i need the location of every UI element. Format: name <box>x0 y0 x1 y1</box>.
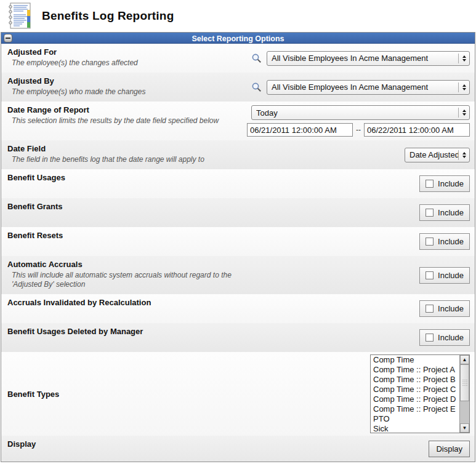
benefit-grants-checkbox[interactable] <box>426 209 434 217</box>
automatic-accruals-include[interactable]: Include <box>419 267 470 284</box>
adjusted-by-description: The employee(s) who made the changes <box>12 87 145 97</box>
benefit-grants-include[interactable]: Include <box>419 204 470 221</box>
date-field-description: The field in the benefits log that the d… <box>12 155 204 164</box>
automatic-accruals-label: Automatic Accruals <box>7 260 247 269</box>
row-adjusted-for: Adjusted For The employee(s) the changes… <box>1 44 475 73</box>
automatic-accruals-description: This will include all automatic system a… <box>12 271 247 289</box>
date-range-separator: -- <box>356 126 361 134</box>
list-option[interactable]: Comp Time :: Project C <box>371 385 459 394</box>
spinner-arrows-icon <box>458 82 469 92</box>
scrollbar-grip-icon <box>462 379 467 386</box>
panel-title: Select Reporting Options <box>192 34 284 43</box>
include-label: Include <box>438 208 464 217</box>
list-option[interactable]: Comp Time :: Project B <box>371 375 459 385</box>
row-display: Display Display <box>1 436 475 462</box>
row-date-field: Date Field The field in the benefits log… <box>1 140 475 169</box>
row-benefit-types: Benefit Types Comp TimeComp Time :: Proj… <box>1 352 475 436</box>
date-range-preset-select[interactable]: Today <box>251 105 470 120</box>
listbox-scrollbar[interactable]: ▲ ▼ <box>459 355 469 433</box>
date-field-label: Date Field <box>7 144 204 153</box>
automatic-accruals-checkbox[interactable] <box>426 271 434 279</box>
row-date-range: Date Range of Report This selection limi… <box>1 102 475 140</box>
row-accruals-invalidated: Accruals Invalidated by Recalculation In… <box>1 294 475 323</box>
accruals-invalidated-include[interactable]: Include <box>419 300 470 317</box>
date-range-label: Date Range of Report <box>7 105 219 114</box>
row-benefit-resets: Benefit Resets Include <box>1 227 475 256</box>
minimize-button[interactable] <box>4 34 12 42</box>
date-field-select[interactable]: Date Adjusted <box>405 148 470 162</box>
spinner-arrows-icon <box>458 150 469 160</box>
date-field-value: Date Adjusted <box>409 150 458 159</box>
report-notepad-icon <box>6 2 33 30</box>
list-option[interactable]: PTO <box>371 414 459 424</box>
include-label: Include <box>438 237 464 246</box>
minimize-icon <box>6 38 10 39</box>
list-option[interactable]: Comp Time :: Project E <box>371 404 459 414</box>
date-range-start-input[interactable] <box>247 123 353 137</box>
include-label: Include <box>438 304 464 313</box>
spinner-arrows-icon <box>458 108 469 118</box>
benefit-resets-checkbox[interactable] <box>426 238 434 246</box>
row-benefit-usages: Benefit Usages Include <box>1 169 475 198</box>
benefit-resets-include[interactable]: Include <box>419 233 470 250</box>
accruals-invalidated-label: Accruals Invalidated by Recalculation <box>7 298 151 307</box>
spinner-arrows-icon <box>458 54 469 63</box>
benefit-usages-checkbox[interactable] <box>426 180 434 188</box>
display-button[interactable]: Display <box>429 441 470 457</box>
date-range-preset-value: Today <box>256 108 458 118</box>
adjusted-for-label: Adjusted For <box>7 47 138 57</box>
adjusted-for-value: All Visible Employees In Acme Management <box>272 54 458 63</box>
search-icon[interactable] <box>251 82 262 93</box>
display-label: Display <box>7 439 36 449</box>
benefit-usages-include[interactable]: Include <box>419 175 470 192</box>
adjusted-by-value: All Visible Employees In Acme Management <box>272 82 458 92</box>
include-label: Include <box>438 271 464 280</box>
panel-titlebar: Select Reporting Options <box>1 33 475 44</box>
scrollbar-thumb[interactable] <box>460 364 469 401</box>
usages-deleted-checkbox[interactable] <box>426 334 434 342</box>
adjusted-for-select[interactable]: All Visible Employees In Acme Management <box>267 51 470 66</box>
list-option[interactable]: Comp Time :: Project A <box>371 365 459 375</box>
scrollbar-up-icon[interactable]: ▲ <box>460 355 469 364</box>
benefit-types-label: Benefit Types <box>7 390 59 399</box>
benefit-resets-label: Benefit Resets <box>7 231 63 240</box>
list-option[interactable]: Comp Time <box>371 355 459 365</box>
scrollbar-down-icon[interactable]: ▼ <box>460 423 469 433</box>
benefit-types-options: Comp TimeComp Time :: Project AComp Time… <box>371 355 459 433</box>
row-automatic-accruals: Automatic Accruals This will include all… <box>1 256 475 294</box>
date-range-description: This selection limits the results by the… <box>12 116 219 126</box>
reporting-options-panel: Select Reporting Options Adjusted For Th… <box>1 32 475 462</box>
adjusted-by-label: Adjusted By <box>7 76 145 86</box>
row-benefit-grants: Benefit Grants Include <box>1 198 475 227</box>
accruals-invalidated-checkbox[interactable] <box>426 305 434 313</box>
adjusted-for-description: The employee(s) the changes affected <box>12 58 138 68</box>
benefit-types-listbox[interactable]: Comp TimeComp Time :: Project AComp Time… <box>370 354 470 433</box>
row-usages-deleted: Benefit Usages Deleted by Manager Includ… <box>1 323 475 352</box>
usages-deleted-label: Benefit Usages Deleted by Manager <box>7 327 143 336</box>
list-option[interactable]: Comp Time :: Project D <box>371 394 459 404</box>
include-label: Include <box>438 179 464 188</box>
adjusted-by-select[interactable]: All Visible Employees In Acme Management <box>267 80 470 95</box>
page-title: Benefits Log Reporting <box>42 9 174 23</box>
benefit-grants-label: Benefit Grants <box>7 202 63 211</box>
search-icon[interactable] <box>251 53 262 64</box>
include-label: Include <box>438 333 464 342</box>
benefit-usages-label: Benefit Usages <box>7 173 65 182</box>
usages-deleted-include[interactable]: Include <box>419 329 470 346</box>
list-option[interactable]: Sick <box>371 424 459 433</box>
date-range-end-input[interactable] <box>364 123 470 137</box>
page-header: Benefits Log Reporting <box>0 0 476 32</box>
row-adjusted-by: Adjusted By The employee(s) who made the… <box>1 73 475 102</box>
